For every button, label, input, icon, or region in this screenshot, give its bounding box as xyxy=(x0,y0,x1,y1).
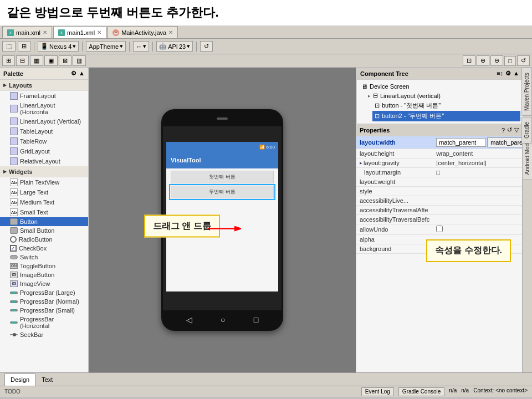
design-content: 📶 6:00 VisualTool 첫번째 버튼 두번째 버튼 xyxy=(89,68,356,372)
section-layouts[interactable]: ▸ Layouts xyxy=(0,80,88,91)
tree-icon: 🖥 xyxy=(361,83,367,90)
palette-item-progressbar-horizontal[interactable]: ProgressBar (Horizontal xyxy=(0,315,88,330)
palette-item-switch[interactable]: Switch xyxy=(0,253,88,262)
palette-item-radiobutton[interactable]: RadioButton xyxy=(0,235,88,244)
palette-item-checkbox[interactable]: ✓ CheckBox xyxy=(0,244,88,253)
apptheme-dropdown[interactable]: AppTheme ▾ xyxy=(86,41,126,52)
tab-label: main1.xml xyxy=(67,29,95,36)
layout-btn-5[interactable]: ⊠ xyxy=(59,55,71,66)
orientation-dropdown[interactable]: ↔ ▾ xyxy=(133,41,149,52)
tree-item-button2[interactable]: ⊡ button2 - "두번째 버튼" xyxy=(372,111,520,121)
zoom-fit-btn[interactable]: ⊡ xyxy=(463,55,475,66)
refresh-layout-btn[interactable]: ↺ xyxy=(517,55,530,66)
palette-item-relativelayout[interactable]: RelativeLayout xyxy=(0,156,88,166)
event-log-btn[interactable]: Event Log xyxy=(361,387,394,396)
section-label: Widgets xyxy=(9,168,33,175)
layout-btn-1[interactable]: ⊞ xyxy=(2,55,15,66)
tab-design[interactable]: Design xyxy=(4,374,35,386)
zoom-in-btn[interactable]: ⊕ xyxy=(477,55,489,66)
tree-sort-icon[interactable]: ≡↕ xyxy=(497,70,503,77)
width-select[interactable]: match_parent wrap_content xyxy=(487,137,522,147)
zoom-reset-btn[interactable]: □ xyxy=(504,56,516,66)
palette-item-tablelayout[interactable]: TableLayout xyxy=(0,126,88,136)
layout-btn-2[interactable]: ⊟ xyxy=(16,55,29,66)
layout-icon xyxy=(10,127,18,135)
palette-item-medium-text[interactable]: Ab Medium Text xyxy=(0,197,88,207)
gradle-console-btn[interactable]: Gradle Console xyxy=(398,387,444,396)
toggle-icon: ON xyxy=(10,263,18,269)
toolbar-btn-1[interactable]: ⬚ xyxy=(2,41,16,52)
palette-item-imageview[interactable]: 🖼 ImageView xyxy=(0,279,88,288)
tree-item-button1[interactable]: ⊡ button - "첫번째 버튼" xyxy=(372,100,520,111)
palette-item-progressbar-large[interactable]: ProgressBar (Large) xyxy=(0,288,88,297)
gradle-console-label: Gradle Console xyxy=(402,388,441,395)
tree-minimize-icon[interactable]: ▲ xyxy=(513,70,519,77)
component-tree: Component Tree ≡↕ ⚙ ▲ 🖥 Device Screen ▸ … xyxy=(356,68,523,124)
tree-item-linearlayout[interactable]: ▸ ⊟ LinearLayout (vertical) xyxy=(366,91,520,100)
palette-item-framelayout[interactable]: FrameLayout xyxy=(0,91,88,101)
prop-name: layout:weight xyxy=(356,177,433,187)
props-icons: ? ↺ ▽ xyxy=(502,126,519,134)
layout-btn-4[interactable]: ▣ xyxy=(44,55,58,66)
palette-item-button[interactable]: Button xyxy=(0,217,88,226)
layout-btn-6[interactable]: ▥ xyxy=(73,55,86,66)
nexus-dropdown[interactable]: 📱 Nexus 4 ▾ xyxy=(38,41,79,52)
dropdown-arrow: ▾ xyxy=(187,43,190,50)
props-help-icon[interactable]: ? xyxy=(502,127,505,134)
close-icon[interactable]: ✕ xyxy=(43,29,47,35)
palette-item-tablerow[interactable]: TableRow xyxy=(0,136,88,146)
tree-icon: ⊡ xyxy=(375,112,380,120)
item-label: ProgressBar (Horizontal xyxy=(20,316,85,329)
refresh-btn[interactable]: ↺ xyxy=(200,41,213,52)
section-widgets[interactable]: ▸ Widgets xyxy=(0,166,88,177)
gradle-tab[interactable]: Gradle xyxy=(521,117,532,144)
palette-minimize-icon[interactable]: ▲ xyxy=(79,70,85,77)
tree-item-device-screen[interactable]: 🖥 Device Screen xyxy=(359,82,520,91)
close-icon[interactable]: ✕ xyxy=(97,29,101,35)
palette-item-progressbar-small[interactable]: ProgressBar (Small) xyxy=(0,306,88,315)
zoom-out-btn[interactable]: ⊖ xyxy=(490,55,503,66)
props-filter-icon[interactable]: ▽ xyxy=(514,126,519,134)
toolbar-btn-2[interactable]: ⊞ xyxy=(18,41,30,52)
seekbar-icon xyxy=(10,333,18,336)
status-bar: TODO Event Log Gradle Console n/a n/a Co… xyxy=(0,386,532,397)
phone-button2[interactable]: 두번째 버튼 xyxy=(171,186,274,198)
item-label: SeekBar xyxy=(20,331,43,338)
palette-item-large-text[interactable]: Ab Large Text xyxy=(0,187,88,197)
layout-btn-3[interactable]: ▦ xyxy=(30,55,43,66)
prop-value xyxy=(433,206,522,215)
tab-main1-xml[interactable]: x main1.xml ✕ xyxy=(53,26,106,38)
phone-button1[interactable]: 첫번째 버튼 xyxy=(171,171,274,183)
textview-icon: Ab xyxy=(10,178,18,186)
palette-item-seekbar[interactable]: SeekBar xyxy=(0,330,88,339)
palette-item-small-button[interactable]: Small Button xyxy=(0,226,88,235)
palette-item-small-text[interactable]: Ab Small Text xyxy=(0,207,88,217)
tab-text[interactable]: Text xyxy=(35,374,59,386)
palette-item-imagebutton[interactable]: 🖼 ImageButton xyxy=(0,270,88,279)
palette-item-progressbar-normal[interactable]: ProgressBar (Normal) xyxy=(0,297,88,306)
allowundo-checkbox[interactable] xyxy=(436,226,443,232)
prop-row-style: style xyxy=(356,187,522,196)
prop-value: match_parent wrap_content ... xyxy=(433,136,522,149)
tab-mainactivity-java[interactable]: ☕ MainActivity.java ✕ xyxy=(108,26,178,38)
arrow-icon[interactable]: ▸ xyxy=(360,160,362,166)
palette-settings-icon[interactable]: ⚙ xyxy=(71,70,76,77)
close-icon[interactable]: ✕ xyxy=(168,29,173,35)
progressbar-icon xyxy=(10,291,18,294)
palette-item-plain-textview[interactable]: Ab Plain TextView xyxy=(0,177,88,187)
width-input[interactable] xyxy=(436,138,486,147)
palette-item-gridlayout[interactable]: GridLayout xyxy=(0,146,88,156)
item-label: RelativeLayout xyxy=(20,158,60,165)
palette-item-linearlayout-h[interactable]: LinearLayout (Horizonta xyxy=(0,101,88,116)
props-undo-icon[interactable]: ↺ xyxy=(507,126,512,134)
palette-item-togglebutton[interactable]: ON ToggleButton xyxy=(0,262,88,270)
api-label: API xyxy=(168,43,178,50)
maven-projects-tab[interactable]: Maven Projects xyxy=(521,68,532,116)
tree-settings-icon[interactable]: ⚙ xyxy=(505,70,511,77)
palette-item-linearlayout-v[interactable]: LinearLayout (Vertical) xyxy=(0,116,88,126)
side-tabs-container: Maven Projects Gradle xyxy=(521,68,532,144)
api-dropdown[interactable]: 🤖 API 23 ▾ xyxy=(156,41,193,52)
tab-label: Design xyxy=(11,376,29,383)
tab-main-xml[interactable]: x main.xml ✕ xyxy=(2,26,52,38)
imageview-icon: 🖼 xyxy=(10,280,18,287)
